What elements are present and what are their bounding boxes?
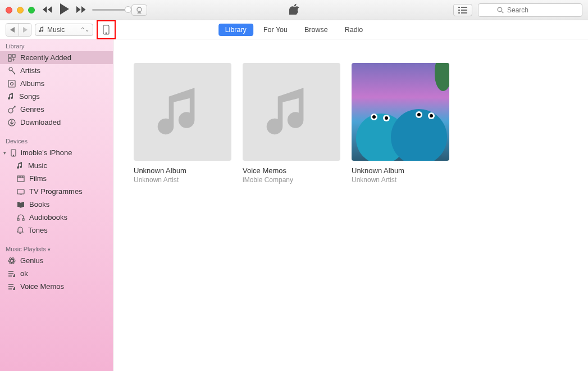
svg-rect-3 xyxy=(458,10,460,11)
sidebar-item-label: Downloaded xyxy=(20,118,61,126)
sidebar-item-label: TV Programmes xyxy=(29,187,83,196)
album-art-placeholder xyxy=(243,63,340,161)
album-artist: Unknown Artist xyxy=(134,176,231,184)
album-card[interactable]: Unknown Album Unknown Artist xyxy=(352,63,449,184)
album-art-placeholder xyxy=(134,63,231,161)
sidebar-item-downloaded[interactable]: Downloaded xyxy=(0,116,113,129)
phone-icon xyxy=(103,25,110,35)
book-icon xyxy=(17,201,25,208)
sidebar-item-device-films[interactable]: Films xyxy=(0,172,113,185)
sidebar-item-label: Films xyxy=(29,174,47,183)
sidebar-item-albums[interactable]: Albums xyxy=(0,77,113,90)
sidebar-item-device-music[interactable]: Music xyxy=(0,159,113,172)
svg-line-8 xyxy=(502,11,503,13)
airplay-button[interactable] xyxy=(131,4,147,16)
sidebar-item-label: Albums xyxy=(20,79,44,88)
sidebar-item-device-tv[interactable]: TV Programmes xyxy=(0,185,113,198)
sidebar-item-device-tones[interactable]: Tones xyxy=(0,224,113,237)
album-icon xyxy=(8,80,16,88)
nav-row: Music ⌃⌄ Library For You Browse Radio xyxy=(0,20,588,39)
apple-logo-icon xyxy=(289,3,299,17)
album-grid: Unknown Album Unknown Artist Voice Memos… xyxy=(113,39,588,371)
sidebar-item-label: Recently Added xyxy=(20,53,71,62)
svg-point-29 xyxy=(13,288,15,289)
playlist-icon xyxy=(8,283,16,290)
microphone-icon xyxy=(8,67,16,75)
sidebar-item-artists[interactable]: Artists xyxy=(0,64,113,77)
svg-rect-15 xyxy=(8,80,15,87)
svg-rect-23 xyxy=(17,219,19,220)
guitar-icon xyxy=(8,106,16,114)
sidebar-item-label: Books xyxy=(29,200,49,209)
svg-rect-6 xyxy=(461,12,467,13)
tab-radio[interactable]: Radio xyxy=(338,24,370,36)
svg-rect-1 xyxy=(458,7,460,8)
zoom-window[interactable] xyxy=(28,7,35,13)
download-icon xyxy=(8,119,16,126)
album-title: Voice Memos xyxy=(243,166,340,175)
film-icon xyxy=(17,175,25,182)
sidebar-item-genres[interactable]: Genres xyxy=(0,103,113,116)
rewind-icon[interactable] xyxy=(43,5,53,15)
sidebar-item-label: Audiobooks xyxy=(29,213,67,221)
device-button[interactable] xyxy=(98,22,114,38)
music-note-icon xyxy=(8,93,15,101)
svg-rect-12 xyxy=(12,55,15,57)
svg-point-16 xyxy=(11,82,13,85)
search-input-field[interactable] xyxy=(507,6,563,14)
sidebar-header-playlists[interactable]: Music Playlists xyxy=(0,242,113,254)
search-icon xyxy=(497,7,504,13)
album-card[interactable]: Unknown Album Unknown Artist xyxy=(134,63,231,184)
search-input[interactable] xyxy=(478,3,582,17)
svg-point-17 xyxy=(8,108,13,113)
play-icon[interactable] xyxy=(60,3,70,17)
album-title: Unknown Album xyxy=(352,166,449,175)
chevron-updown-icon: ⌃⌄ xyxy=(80,26,89,33)
list-view-button[interactable] xyxy=(453,4,472,16)
svg-point-7 xyxy=(498,7,502,12)
sidebar-item-device-audiobooks[interactable]: Audiobooks xyxy=(0,211,113,224)
window-controls xyxy=(6,7,35,13)
sidebar-item-songs[interactable]: Songs xyxy=(0,90,113,103)
tab-for-you[interactable]: For You xyxy=(257,24,294,36)
atom-icon xyxy=(8,257,16,265)
forward-button[interactable] xyxy=(19,24,31,36)
sidebar-item-genius[interactable]: Genius xyxy=(0,254,113,267)
tab-browse[interactable]: Browse xyxy=(298,24,335,36)
album-card[interactable]: Voice Memos iMobie Company xyxy=(243,63,340,184)
sidebar-item-ok[interactable]: ok xyxy=(0,267,113,280)
nav-history xyxy=(6,23,31,37)
section-tabs: Library For You Browse Radio xyxy=(218,24,370,36)
svg-rect-5 xyxy=(458,12,460,13)
minimize-window[interactable] xyxy=(17,7,24,13)
volume-slider[interactable] xyxy=(92,9,127,11)
music-note-icon xyxy=(17,162,24,170)
phone-icon xyxy=(11,149,16,157)
tab-library[interactable]: Library xyxy=(218,24,253,36)
bell-icon xyxy=(17,227,24,234)
sidebar-item-label: Voice Memos xyxy=(20,282,64,291)
sidebar-item-label: Songs xyxy=(19,92,40,101)
disclosure-icon: ▾ xyxy=(3,150,6,156)
sidebar-item-voice-memos[interactable]: Voice Memos xyxy=(0,280,113,293)
music-note-icon xyxy=(157,84,208,140)
sidebar-item-device-books[interactable]: Books xyxy=(0,198,113,211)
svg-rect-11 xyxy=(8,55,11,57)
sidebar-item-recently-added[interactable]: Recently Added xyxy=(0,51,113,64)
sidebar-header-library: Library xyxy=(0,39,113,51)
sidebar-header-devices: Devices xyxy=(0,134,113,146)
sidebar-item-label: Genius xyxy=(20,256,43,265)
media-picker[interactable]: Music ⌃⌄ xyxy=(35,24,93,36)
forward-icon[interactable] xyxy=(76,5,86,15)
media-picker-label: Music xyxy=(47,26,65,34)
sidebar-item-label: Genres xyxy=(20,105,44,114)
playback-controls xyxy=(43,3,86,17)
album-artist: Unknown Artist xyxy=(352,176,449,184)
close-window[interactable] xyxy=(6,7,12,13)
headphones-icon xyxy=(17,214,25,221)
sidebar-item-label: Tones xyxy=(28,226,48,234)
back-button[interactable] xyxy=(6,24,19,36)
svg-point-20 xyxy=(13,155,13,155)
sidebar-item-device[interactable]: ▾ imobie's iPhone xyxy=(0,146,113,159)
playlist-icon xyxy=(8,270,16,277)
